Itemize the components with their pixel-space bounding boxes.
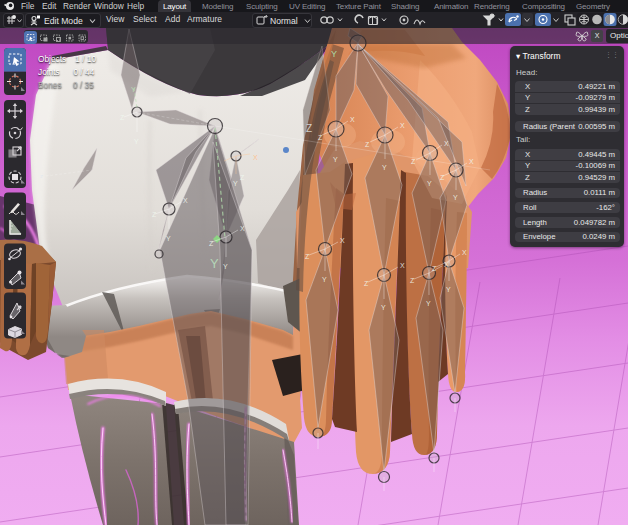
svg-text:Z: Z bbox=[152, 211, 157, 218]
svg-text:Y: Y bbox=[223, 263, 228, 270]
svg-text:Y: Y bbox=[331, 49, 337, 59]
svg-text:X: X bbox=[240, 225, 245, 232]
svg-text:Edit Mode: Edit Mode bbox=[44, 16, 83, 26]
svg-text:Y: Y bbox=[233, 180, 238, 187]
svg-text:Y: Y bbox=[166, 235, 171, 242]
svg-text:Y: Y bbox=[381, 304, 386, 311]
svg-text:Y: Y bbox=[131, 86, 136, 93]
svg-text:Z: Z bbox=[240, 174, 245, 181]
svg-text:Y: Y bbox=[382, 164, 387, 171]
svg-text:Y: Y bbox=[210, 256, 219, 271]
svg-text:Z: Z bbox=[318, 134, 323, 141]
svg-text:Z: Z bbox=[364, 280, 369, 287]
svg-text:Y: Y bbox=[333, 156, 338, 163]
svg-text:X: X bbox=[400, 262, 405, 269]
svg-text:X: X bbox=[253, 154, 258, 161]
svg-text:Y: Y bbox=[446, 286, 451, 293]
svg-text:Y: Y bbox=[453, 194, 458, 201]
svg-text:Y: Y bbox=[426, 300, 431, 307]
svg-text:X: X bbox=[183, 197, 188, 204]
svg-text:X: X bbox=[462, 249, 467, 256]
svg-text:Z: Z bbox=[305, 253, 310, 260]
svg-text:Z: Z bbox=[432, 265, 437, 272]
svg-text:X: X bbox=[350, 116, 355, 123]
svg-text:Z: Z bbox=[120, 114, 125, 121]
svg-text:Y: Y bbox=[322, 276, 327, 283]
svg-text:X: X bbox=[469, 158, 474, 165]
svg-text:X: X bbox=[444, 140, 449, 147]
svg-text:Y: Y bbox=[134, 138, 139, 145]
svg-text:Z: Z bbox=[440, 174, 445, 181]
svg-text:Normal: Normal bbox=[270, 16, 298, 26]
svg-text:X: X bbox=[444, 261, 449, 268]
svg-text:z: z bbox=[40, 173, 43, 179]
svg-text:Z: Z bbox=[411, 158, 416, 165]
svg-text:Z: Z bbox=[410, 277, 415, 284]
svg-text:X: X bbox=[340, 237, 345, 244]
svg-text:X: X bbox=[400, 122, 405, 129]
svg-text:Z: Z bbox=[306, 123, 312, 134]
svg-text:Y: Y bbox=[427, 180, 432, 187]
svg-text:Z: Z bbox=[365, 141, 370, 148]
svg-text:Z: Z bbox=[209, 240, 214, 247]
